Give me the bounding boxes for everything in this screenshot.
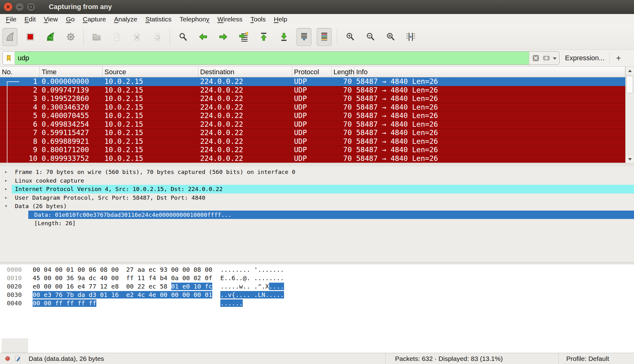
profile-selector[interactable]: Profile: Default: [558, 353, 634, 364]
packet-row-6[interactable]: 60.49983425410.0.2.15224.0.0.22UDP705848…: [0, 120, 625, 129]
scroll-up-arrow[interactable]: [626, 67, 634, 75]
scrollbar-thumb[interactable]: [626, 76, 633, 93]
packet-list-scrollbar[interactable]: [625, 67, 634, 163]
menu-file[interactable]: File: [2, 15, 21, 24]
filter-apply-icon[interactable]: [542, 54, 550, 62]
menu-analyze[interactable]: Analyze: [110, 15, 141, 24]
display-filter-input[interactable]: udp: [2, 51, 559, 65]
capture-comment-icon[interactable]: [14, 355, 21, 362]
start-capture-button[interactable]: [2, 28, 17, 46]
capture-options-button[interactable]: [63, 28, 78, 46]
filter-bookmark-button[interactable]: [3, 52, 15, 65]
menu-view[interactable]: View: [40, 15, 62, 24]
auto-scroll-toggle[interactable]: [296, 28, 311, 46]
hex-bytes[interactable]: 00 e3 76 7b da d3 01 16 e2 4c 4e 00 00 0…: [33, 291, 212, 299]
packet-row-4[interactable]: 40.30034632010.0.2.15224.0.0.22UDP705848…: [0, 103, 625, 112]
expander-closed-icon[interactable]: ▸: [5, 193, 7, 202]
menu-go[interactable]: Go: [62, 15, 79, 24]
menu-telephony[interactable]: Telephony: [176, 15, 214, 24]
detail-row-5[interactable]: Data: 01e010fc00e3767bdad30116e24c4e0000…: [0, 211, 634, 219]
go-back-button[interactable]: [195, 28, 210, 46]
filter-history-caret[interactable]: [553, 57, 557, 61]
packet-row-2[interactable]: 20.09974713910.0.2.15224.0.0.22UDP705848…: [0, 86, 625, 95]
reload-file-button[interactable]: [149, 28, 164, 46]
resize-columns-button[interactable]: [403, 28, 418, 46]
hex-ascii[interactable]: ......: [220, 299, 243, 307]
expander-closed-icon[interactable]: ▸: [5, 185, 7, 193]
menu-wireless[interactable]: Wireless: [213, 15, 246, 24]
hex-offset: 0020: [7, 282, 22, 291]
packet-row-8[interactable]: 80.69988992110.0.2.15224.0.0.22UDP705848…: [0, 137, 625, 146]
column-header-info[interactable]: Info: [354, 67, 625, 77]
expander-closed-icon[interactable]: ▸: [5, 176, 7, 185]
detail-row-6[interactable]: [Length: 26]: [0, 219, 634, 228]
maximize-button[interactable]: [26, 2, 36, 11]
hex-bytes[interactable]: e0 00 00 16 e4 77 12 e8 00 22 ec 58 01 e…: [33, 282, 212, 291]
find-packet-button[interactable]: [175, 28, 190, 46]
open-file-button[interactable]: [89, 28, 104, 46]
hex-row-0040[interactable]: 004000 00 ff ff ff ff......: [0, 299, 634, 307]
scroll-down-arrow[interactable]: [626, 155, 634, 163]
hex-bytes[interactable]: 00 00 ff ff ff ff: [33, 299, 96, 307]
go-forward-button[interactable]: [216, 28, 231, 46]
close-file-button[interactable]: [129, 28, 144, 46]
column-header-protocol[interactable]: Protocol: [292, 67, 332, 77]
packet-row-1[interactable]: 10.00000000010.0.2.15224.0.0.22UDP705848…: [0, 77, 625, 86]
packet-row-7[interactable]: 70.59911542710.0.2.15224.0.0.22UDP705848…: [0, 129, 625, 137]
expander-open-icon[interactable]: ▾: [5, 202, 7, 211]
zoom-in-button[interactable]: [342, 28, 357, 46]
column-header-length[interactable]: Length: [332, 67, 354, 77]
column-header-no[interactable]: No.: [0, 67, 40, 77]
expression-button[interactable]: Expression...: [565, 54, 604, 62]
filter-clear-icon[interactable]: [532, 54, 540, 62]
hex-ascii[interactable]: E..6..@. ........: [220, 274, 284, 282]
colorize-toggle[interactable]: [317, 28, 332, 46]
add-filter-button[interactable]: +: [613, 53, 624, 63]
pane-splitter-1[interactable]: [0, 163, 634, 166]
cell-no: 9: [0, 146, 40, 154]
packet-row-10[interactable]: 100.89993375210.0.2.15224.0.0.22UDP70584…: [0, 154, 625, 163]
packet-row-3[interactable]: 30.19952286010.0.2.15224.0.0.22UDP705848…: [0, 94, 625, 103]
minimize-button[interactable]: [15, 2, 24, 11]
restart-capture-button[interactable]: [43, 28, 58, 46]
detail-row-0[interactable]: ▸Frame 1: 70 bytes on wire (560 bits), 7…: [0, 168, 634, 176]
hex-row-0010[interactable]: 001045 00 00 36 9a dc 40 00 ff 11 f4 b4 …: [0, 274, 634, 282]
column-header-destination[interactable]: Destination: [198, 67, 292, 77]
zoom-original-button[interactable]: [383, 28, 398, 46]
packet-row-9[interactable]: 90.80017120010.0.2.15224.0.0.22UDP705848…: [0, 146, 625, 154]
detail-row-2[interactable]: ▸Internet Protocol Version 4, Src: 10.0.…: [0, 185, 634, 193]
hex-row-0020[interactable]: 0020e0 00 00 16 e4 77 12 e8 00 22 ec 58 …: [0, 282, 634, 291]
stop-capture-button[interactable]: [23, 28, 38, 46]
column-header-source[interactable]: Source: [103, 67, 198, 77]
hex-row-0030[interactable]: 003000 e3 76 7b da d3 01 16 e2 4c 4e 00 …: [0, 291, 634, 299]
detail-row-3[interactable]: ▸User Datagram Protocol, Src Port: 58487…: [0, 193, 634, 202]
menu-help[interactable]: Help: [270, 15, 291, 24]
hex-ascii[interactable]: ........ '.......: [220, 266, 284, 274]
menu-statistics[interactable]: Statistics: [141, 15, 176, 24]
menu-tools[interactable]: Tools: [246, 15, 270, 24]
hex-bytes[interactable]: 45 00 00 36 9a dc 40 00 ff 11 f4 b4 0a 0…: [33, 274, 212, 282]
zoom-out-button[interactable]: [363, 28, 378, 46]
detail-row-1[interactable]: ▸Linux cooked capture: [0, 176, 634, 185]
menu-edit[interactable]: Edit: [21, 15, 40, 24]
hex-bytes[interactable]: 00 04 00 01 00 06 08 00 27 aa ec 93 00 0…: [33, 266, 212, 274]
filter-value[interactable]: udp: [15, 52, 529, 65]
go-last-button[interactable]: [276, 28, 291, 46]
cell-destination: 224.0.0.22: [198, 137, 292, 146]
cell-info: 58487 → 4840 Len=26: [354, 146, 625, 154]
save-file-button[interactable]: [109, 28, 124, 46]
expert-info-icon[interactable]: [5, 356, 10, 361]
go-to-packet-button[interactable]: [236, 28, 251, 46]
menu-capture[interactable]: Capture: [79, 15, 110, 24]
detail-row-4[interactable]: ▾Data (26 bytes): [0, 202, 634, 211]
hex-ascii[interactable]: ..v{.... .LN.....: [220, 291, 284, 299]
hex-row-0000[interactable]: 000000 04 00 01 00 06 08 00 27 aa ec 93 …: [0, 266, 634, 274]
hex-ascii[interactable]: .....w.. .".X....: [220, 282, 284, 291]
packet-row-5[interactable]: 50.40007045510.0.2.15224.0.0.22UDP705848…: [0, 111, 625, 120]
go-first-button[interactable]: [256, 28, 271, 46]
close-button[interactable]: [3, 2, 13, 11]
column-header-time[interactable]: Time: [40, 67, 103, 77]
pane-splitter-2[interactable]: [0, 262, 634, 264]
cell-length: 70: [332, 129, 354, 137]
expander-closed-icon[interactable]: ▸: [5, 168, 7, 176]
